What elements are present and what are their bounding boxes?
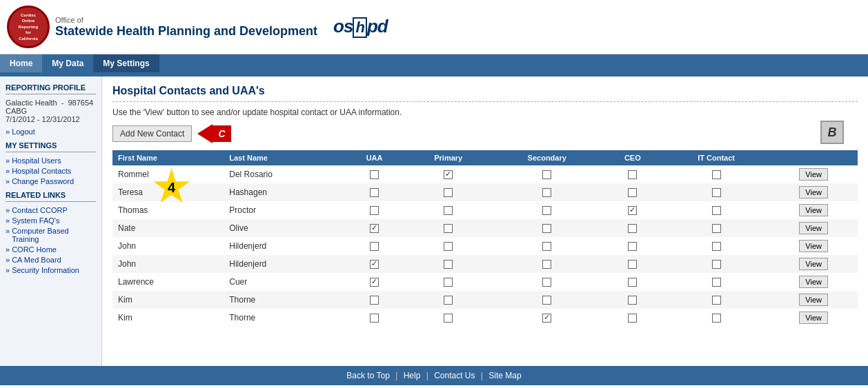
checkbox (712, 224, 721, 233)
sidebar-link-hospital-users[interactable]: »Hospital Users (6, 156, 96, 165)
checkbox: ✓ (628, 206, 637, 215)
nav-home[interactable]: Home (0, 54, 42, 72)
cell-first-name: John (112, 255, 224, 273)
nav-my-settings[interactable]: My Settings (93, 54, 159, 72)
table-wrapper: 4 First Name Last Name UAA Primary Secon… (112, 150, 858, 327)
checkbox (712, 206, 721, 215)
checkbox (444, 278, 453, 287)
cell-last-name: Proctor (224, 201, 344, 219)
nav-bar: Home My Data My Settings (0, 54, 868, 72)
logout-link[interactable]: » Logout (6, 127, 96, 136)
cell-last-name: Del Rosario (224, 165, 344, 183)
sidebar-link-system-faqs[interactable]: »System FAQ's (6, 216, 96, 225)
sidebar-link-contact-ccorp[interactable]: »Contact CCORP (6, 206, 96, 214)
view-button[interactable]: View (799, 258, 828, 270)
checkbox (370, 206, 379, 215)
add-new-contact-button[interactable]: Add New Contact (112, 125, 192, 142)
footer-copyright: Conditions of Use | Privacy Policy Copyr… (0, 385, 868, 388)
arrow-annotation: C (197, 124, 230, 143)
logo-circle: Cardiac Online Reporting for California (7, 6, 50, 48)
checkbox (712, 242, 721, 251)
checkbox (444, 314, 453, 323)
checkbox: ✓ (444, 170, 453, 179)
program-name: CABG (6, 107, 96, 115)
checkbox (628, 224, 637, 233)
main-layout: REPORTING PROFILE Galactic Health - 9876… (0, 76, 868, 366)
col-action (769, 150, 858, 165)
checkbox (712, 188, 721, 197)
footer-site-map[interactable]: Site Map (489, 371, 521, 380)
checkbox (712, 260, 721, 269)
my-settings-title: MY SETTINGS (6, 141, 96, 152)
col-uaa: UAA (344, 150, 404, 165)
checkbox (628, 242, 637, 251)
view-button[interactable]: View (799, 240, 828, 252)
checkbox (628, 278, 637, 287)
checkbox (712, 296, 721, 305)
checkbox (370, 242, 379, 251)
sidebar-link-computer-training[interactable]: »Computer Based Training (6, 227, 96, 243)
checkbox (444, 188, 453, 197)
related-links-title: RELATED LINKS (6, 191, 96, 202)
checkbox (370, 170, 379, 179)
cell-first-name: Kim (112, 309, 224, 327)
view-button[interactable]: View (799, 222, 828, 234)
table-row: RommelDel Rosario✓View (112, 165, 858, 183)
logo-area: Cardiac Online Reporting for California … (7, 6, 388, 48)
agency-name: Statewide Health Planning and Developmen… (55, 24, 317, 39)
checkbox (542, 242, 551, 251)
table-row: NateOlive✓View (112, 219, 858, 237)
hospital-name: Galactic Health - 987654 (6, 99, 96, 107)
sidebar-link-corc-home[interactable]: »CORC Home (6, 245, 96, 254)
footer-back-to-top[interactable]: Back to Top (346, 371, 389, 380)
office-of-label: Office of (55, 16, 317, 24)
col-last-name: Last Name (224, 150, 344, 165)
table-row: LawrenceCuer✓View (112, 273, 858, 291)
footer-contact-us[interactable]: Contact Us (434, 371, 475, 380)
checkbox (370, 188, 379, 197)
sidebar-link-hospital-contacts[interactable]: »Hospital Contacts (6, 167, 96, 175)
checkbox: ✓ (370, 260, 379, 269)
cell-last-name: Hildenjerd (224, 255, 344, 273)
view-button[interactable]: View (799, 312, 828, 324)
checkbox (628, 170, 637, 179)
agency-info: Office of Statewide Health Planning and … (55, 16, 317, 39)
checkbox (444, 242, 453, 251)
cell-first-name: Lawrence (112, 273, 224, 291)
nav-my-data[interactable]: My Data (42, 54, 93, 72)
checkbox (628, 296, 637, 305)
table-row: JohnHildenjerdView (112, 237, 858, 255)
col-ceo: CEO (602, 150, 663, 165)
reporting-profile-title: REPORTING PROFILE (6, 83, 96, 94)
cell-last-name: Thorne (224, 309, 344, 327)
checkbox (542, 224, 551, 233)
view-button[interactable]: View (799, 204, 828, 216)
checkbox: ✓ (370, 278, 379, 287)
footer-help[interactable]: Help (404, 371, 421, 380)
view-button[interactable]: View (799, 168, 828, 181)
cell-first-name: Kim (112, 291, 224, 309)
col-secondary: Secondary (492, 150, 602, 165)
cell-first-name: John (112, 237, 224, 255)
table-row: TeresaHashagenView (112, 183, 858, 201)
cell-last-name: Hildenjerd (224, 237, 344, 255)
sidebar-link-security-info[interactable]: »Security Information (6, 266, 96, 274)
cell-last-name: Hashagen (224, 183, 344, 201)
checkbox (712, 278, 721, 287)
add-button-row: Add New Contact C B (112, 124, 858, 143)
sidebar-link-change-password[interactable]: »Change Password (6, 177, 96, 185)
footer-links: Back to Top | Help | Contact Us | Site M… (5, 371, 863, 380)
view-button[interactable]: View (799, 186, 828, 198)
content-area: Hospital Contacts and UAA's Use the 'Vie… (102, 76, 868, 366)
oshpd-logo: oshpd (333, 16, 388, 38)
col-primary: Primary (405, 150, 492, 165)
checkbox (542, 296, 551, 305)
checkbox (444, 224, 453, 233)
checkbox (712, 314, 721, 323)
view-button[interactable]: View (799, 294, 828, 306)
view-button[interactable]: View (799, 276, 828, 288)
checkbox (628, 188, 637, 197)
col-first-name: First Name (112, 150, 224, 165)
sidebar-link-ca-med-board[interactable]: »CA Med Board (6, 256, 96, 264)
checkbox (542, 278, 551, 287)
